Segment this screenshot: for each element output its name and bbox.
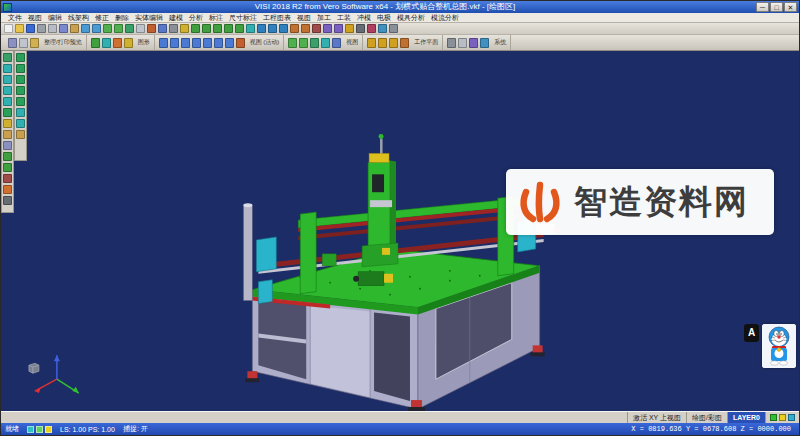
measure-icon[interactable] [378, 24, 387, 33]
status-snap[interactable]: 捕捉: 开 [123, 424, 148, 434]
zoom-all-icon[interactable] [299, 38, 308, 48]
rotate-view-icon[interactable] [147, 24, 156, 33]
menu-item-17[interactable]: 模具分析 [394, 13, 428, 23]
sketch-line-icon[interactable] [16, 64, 25, 73]
ortho-indicator[interactable] [45, 426, 52, 433]
layers-icon[interactable] [180, 24, 189, 33]
layer-color-indicator[interactable] [770, 414, 777, 421]
minimize-button[interactable]: ─ [756, 2, 769, 12]
shade-icon[interactable] [158, 24, 167, 33]
menu-item-13[interactable]: 加工 [314, 13, 334, 23]
snap-mid-icon[interactable] [3, 75, 12, 84]
view-left-icon[interactable] [214, 38, 223, 48]
calculator-icon[interactable] [458, 38, 467, 48]
menu-item-4[interactable]: 修正 [92, 13, 112, 23]
zoom-window-icon[interactable] [288, 38, 297, 48]
solid-icon[interactable] [257, 24, 266, 33]
trim-icon[interactable] [312, 24, 321, 33]
section-icon[interactable] [367, 24, 376, 33]
snap-indicator[interactable] [788, 414, 795, 421]
help-icon[interactable] [480, 38, 489, 48]
system-options-icon[interactable] [447, 38, 456, 48]
wcs-icon[interactable] [3, 119, 12, 128]
workplane-custom-icon[interactable] [400, 38, 409, 48]
plot-icon[interactable] [19, 38, 28, 48]
status-view-mode[interactable]: 激活 XY 上视图 [627, 412, 686, 423]
selection-filter-icon[interactable] [3, 53, 12, 62]
menu-item-18[interactable]: 模流分析 [428, 13, 462, 23]
settings-icon[interactable] [389, 24, 398, 33]
extrude-icon[interactable] [268, 24, 277, 33]
render-mode-icon[interactable] [332, 38, 341, 48]
line-icon[interactable] [202, 24, 211, 33]
cut-icon[interactable] [48, 24, 57, 33]
visibility-icon[interactable] [3, 152, 12, 161]
zoom-in-icon[interactable] [103, 24, 112, 33]
menu-item-7[interactable]: 建模 [166, 13, 186, 23]
menu-item-15[interactable]: 冲模 [354, 13, 374, 23]
file-save-icon[interactable] [26, 24, 35, 33]
sketch-rect-icon[interactable] [16, 97, 25, 106]
menu-item-5[interactable]: 删除 [112, 13, 132, 23]
graphics-color-icon[interactable] [113, 38, 122, 48]
print-icon[interactable] [37, 24, 46, 33]
attributes-icon[interactable] [3, 141, 12, 150]
profile-icon[interactable] [16, 53, 25, 62]
menu-item-12[interactable]: 视图 [294, 13, 314, 23]
macro-icon[interactable] [469, 38, 478, 48]
mirror-icon[interactable] [323, 24, 332, 33]
status-display-mode[interactable]: 绘图/彩图 [686, 412, 727, 423]
redo-icon[interactable] [92, 24, 101, 33]
units-indicator[interactable] [27, 426, 34, 433]
zoom-fit-icon[interactable] [125, 24, 134, 33]
isolate-icon[interactable] [3, 163, 12, 172]
snap-center-icon[interactable] [3, 86, 12, 95]
view-right-icon[interactable] [192, 38, 201, 48]
surface-icon[interactable] [246, 24, 255, 33]
sketch-spline-icon[interactable] [16, 119, 25, 128]
sketch-polygon-icon[interactable] [16, 108, 25, 117]
page-setup-icon[interactable] [30, 38, 39, 48]
view-top-icon[interactable] [170, 38, 179, 48]
curve-icon[interactable] [235, 24, 244, 33]
undo-icon[interactable] [81, 24, 90, 33]
point-icon[interactable] [191, 24, 200, 33]
circle-icon[interactable] [224, 24, 233, 33]
revolve-icon[interactable] [279, 24, 288, 33]
chamfer-icon[interactable] [301, 24, 310, 33]
copy-icon[interactable] [59, 24, 68, 33]
view-front-icon[interactable] [181, 38, 190, 48]
view-iso-icon[interactable] [159, 38, 168, 48]
sketch-offset-icon[interactable] [16, 130, 25, 139]
zoom-previous-icon[interactable] [310, 38, 319, 48]
menu-item-2[interactable]: 编辑 [45, 13, 65, 23]
grid-indicator[interactable] [36, 426, 43, 433]
snap-intersect-icon[interactable] [3, 97, 12, 106]
hide-icon[interactable] [3, 174, 12, 183]
dimension-icon[interactable] [345, 24, 354, 33]
menu-item-9[interactable]: 标注 [206, 13, 226, 23]
print-preview-icon[interactable] [8, 38, 17, 48]
close-button[interactable]: ✕ [784, 2, 797, 12]
paste-icon[interactable] [70, 24, 79, 33]
file-open-icon[interactable] [15, 24, 24, 33]
zoom-out-icon[interactable] [114, 24, 123, 33]
text-icon[interactable] [356, 24, 365, 33]
graphics-select-icon[interactable] [91, 38, 100, 48]
menu-item-3[interactable]: 线架构 [65, 13, 92, 23]
array-icon[interactable] [334, 24, 343, 33]
graphics-layer-icon[interactable] [124, 38, 133, 48]
arc-icon[interactable] [213, 24, 222, 33]
menu-item-8[interactable]: 分析 [186, 13, 206, 23]
view-bottom-icon[interactable] [225, 38, 234, 48]
snap-end-icon[interactable] [3, 64, 12, 73]
fillet-icon[interactable] [290, 24, 299, 33]
status-layer[interactable]: LAYER0 [727, 412, 765, 423]
refresh-icon[interactable] [321, 38, 330, 48]
view-back-icon[interactable] [203, 38, 212, 48]
snap-grid-icon[interactable] [3, 108, 12, 117]
menu-item-6[interactable]: 实体编辑 [132, 13, 166, 23]
view-rotate-icon[interactable] [236, 38, 245, 48]
sketch-arc-icon[interactable] [16, 75, 25, 84]
pan-icon[interactable] [136, 24, 145, 33]
